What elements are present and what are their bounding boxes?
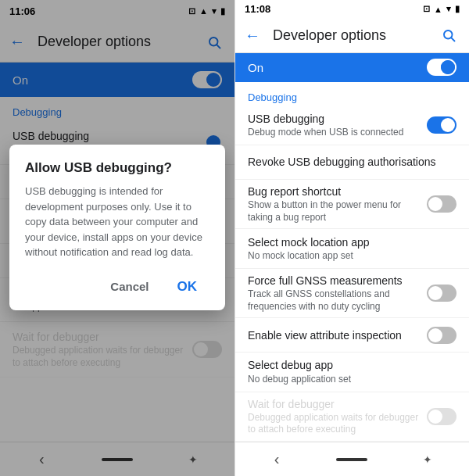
setting-gnss-right[interactable]: Force full GNSS measurements Track all G… (235, 269, 469, 318)
gnss-title-right: Force full GNSS measurements (248, 274, 421, 288)
revoke-usb-title-right: Revoke USB debugging authorisations (248, 155, 450, 169)
battery-icon-right: ▮ (455, 4, 460, 14)
status-bar-left: 11:06 ⊡ ▲ ▾ ▮ (0, 0, 234, 22)
wait-debugger-title-right: Wait for debugger (248, 397, 421, 411)
status-icons-right: ⊡ ▲ ▾ ▮ (423, 4, 460, 14)
dialog-ok-button[interactable]: OK (165, 273, 210, 301)
signal-icon-right: ▲ (434, 5, 442, 14)
on-off-row-right: On (235, 53, 469, 82)
on-off-toggle-right[interactable] (427, 59, 456, 76)
usb-debug-title-right: USB debugging (248, 112, 421, 126)
wait-debugger-title-left: Wait for debugger (13, 330, 186, 344)
mock-location-subtitle-right: No mock location app set (248, 250, 450, 263)
nav-back-right[interactable]: ‹ (253, 442, 300, 477)
left-panel: 11:06 ⊡ ▲ ▾ ▮ ← Developer options On Deb… (0, 0, 234, 476)
setting-mock-location-right[interactable]: Select mock location app No mock locatio… (235, 229, 469, 268)
nav-home-right[interactable] (336, 458, 367, 461)
nav-back-left[interactable]: ‹ (18, 442, 65, 477)
bug-report-subtitle-right: Show a button in the power menu for taki… (248, 199, 421, 224)
page-title-right: Developer options (273, 27, 428, 44)
search-button-right[interactable] (435, 21, 463, 49)
svg-line-1 (217, 45, 220, 48)
gnss-toggle-right[interactable] (427, 285, 456, 302)
bug-report-toggle-right[interactable] (427, 195, 456, 213)
svg-line-3 (451, 38, 454, 41)
back-button-left[interactable]: ← (3, 28, 31, 56)
gnss-subtitle-right: Track all GNSS constellations and freque… (248, 288, 421, 313)
right-panel: 11:08 ⊡ ▲ ▾ ▮ ← Developer options On Deb… (234, 0, 469, 476)
dialog-buttons: Cancel OK (25, 273, 209, 301)
wait-debugger-toggle-left (192, 341, 222, 358)
on-off-row-left: On (0, 63, 234, 97)
dialog-body: USB debugging is intended for developmen… (25, 184, 209, 260)
bug-report-title-right: Bug report shortcut (248, 184, 421, 199)
page-title-left: Developer options (38, 34, 194, 50)
section-header-debugging-right: Debugging (235, 82, 469, 106)
wait-debugger-subtitle-left: Debugged application waits for debugger … (13, 345, 186, 369)
setting-debug-app-right[interactable]: Select debug app No debug application se… (235, 353, 469, 392)
wifi-icon-right: ▾ (446, 4, 451, 14)
wifi-icon: ▾ (212, 6, 217, 16)
nav-recents-right[interactable]: ✦ (404, 442, 451, 477)
view-attr-toggle-right[interactable] (427, 327, 456, 344)
debug-app-subtitle-right: No debug application set (248, 374, 450, 386)
mock-location-title-right: Select mock location app (248, 235, 450, 249)
nav-recents-left[interactable]: ✦ (170, 442, 217, 477)
wait-debugger-toggle-right (427, 408, 456, 425)
setting-wait-debugger-left: Wait for debugger Debugged application w… (0, 322, 234, 378)
setting-bug-report-right[interactable]: Bug report shortcut Show a button in the… (235, 180, 469, 229)
dialog-cancel-button[interactable]: Cancel (98, 273, 161, 301)
usb-debug-subtitle-right: Debug mode when USB is connected (248, 127, 421, 139)
nav-bar-left: ‹ ✦ (0, 442, 234, 476)
status-icons-left: ⊡ ▲ ▾ ▮ (188, 6, 225, 16)
section-header-debugging-left: Debugging (0, 97, 234, 121)
search-button-left[interactable] (200, 28, 228, 56)
signal-icon: ▲ (199, 6, 208, 16)
setting-wait-debugger-right: Wait for debugger Debugged application w… (235, 392, 469, 442)
portrait-icon: ⊡ (188, 6, 195, 16)
on-off-toggle-left[interactable] (192, 71, 222, 88)
app-bar-right: ← Developer options (235, 19, 469, 53)
usb-debug-dialog: Allow USB debugging? USB debugging is in… (9, 145, 225, 310)
dialog-title: Allow USB debugging? (25, 160, 209, 176)
status-bar-right: 11:08 ⊡ ▲ ▾ ▮ (235, 0, 469, 19)
portrait-icon-right: ⊡ (423, 4, 430, 14)
setting-revoke-usb-right[interactable]: Revoke USB debugging authorisations (235, 145, 469, 180)
nav-home-left[interactable] (102, 458, 133, 461)
setting-view-attr-right[interactable]: Enable view attribute inspection (235, 318, 469, 353)
on-off-label-left: On (13, 73, 28, 87)
wait-debugger-subtitle-right: Debugged application waits for debugger … (248, 412, 421, 436)
debug-app-title-right: Select debug app (248, 358, 450, 372)
time-left: 11:06 (9, 5, 35, 17)
on-off-label-right: On (248, 61, 263, 74)
nav-bar-right: ‹ ✦ (235, 442, 469, 476)
time-right: 11:08 (245, 3, 270, 15)
usb-debug-toggle-right[interactable] (427, 116, 456, 134)
setting-usb-debugging-right[interactable]: USB debugging Debug mode when USB is con… (235, 106, 469, 145)
usb-debug-title-left: USB debugging (13, 129, 186, 143)
back-button-right[interactable]: ← (238, 21, 267, 49)
app-bar-left: ← Developer options (0, 22, 234, 63)
battery-icon: ▮ (220, 6, 225, 16)
view-attr-title-right: Enable view attribute inspection (248, 328, 421, 342)
